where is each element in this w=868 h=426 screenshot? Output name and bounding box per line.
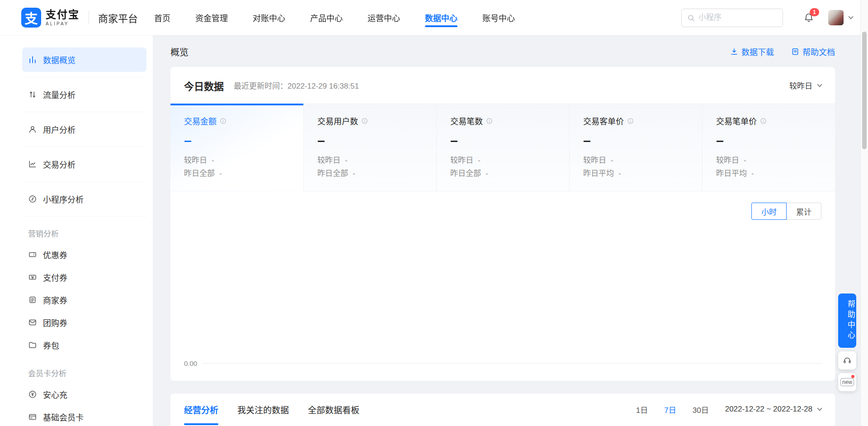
document-icon — [791, 47, 799, 56]
floating-widgets: 帮助中心 new — [838, 293, 856, 391]
metric-compare-row: 较昨日- — [317, 154, 423, 167]
main-nav: 首页 资金管理 对账中心 产品中心 运营中心 数据中心 账号中心 — [154, 0, 515, 35]
sidebar-item-label: 流量分析 — [43, 89, 75, 100]
nav-item-account[interactable]: 账号中心 — [482, 0, 515, 35]
logo-zh-label: 支付宝 — [46, 9, 80, 20]
help-doc-label: 帮助文档 — [802, 46, 835, 57]
help-doc-link[interactable]: 帮助文档 — [791, 46, 835, 57]
analysis-card: 经营分析 我关注的数据 全部数据看板 1日 7日 30日 2022-12-22 … — [170, 393, 835, 426]
alipay-logo-text: 支付宝 ALIPAY — [46, 9, 80, 26]
trend-icon — [28, 160, 37, 169]
account-menu-chevron-down-icon[interactable] — [848, 14, 853, 19]
top-navigation-bar: 支 支付宝 ALIPAY 商家平台 首页 资金管理 对账中心 产品中心 运营中心… — [0, 0, 868, 35]
metric-compare-row: 较昨日- — [450, 154, 556, 167]
sidebar-item-traffic-analysis[interactable]: 流量分析 — [22, 82, 146, 107]
sidebar-section-member-card: 会员卡分析 — [22, 367, 146, 379]
compare-period-select[interactable]: 较昨日 — [789, 80, 821, 91]
metric-tab-avg-per-customer[interactable]: 交易客单价 – 较昨日- 昨日平均- — [569, 104, 702, 191]
nav-item-data-center[interactable]: 数据中心 — [425, 0, 458, 35]
metric-tab-trade-users[interactable]: 交易用户数 – 较昨日- 昨日全部- — [303, 104, 436, 191]
notification-bell-button[interactable]: 1 — [804, 13, 814, 23]
search-input[interactable] — [698, 13, 777, 22]
info-circle-icon[interactable] — [486, 118, 493, 124]
nav-item-funds[interactable]: 资金管理 — [195, 0, 228, 35]
metric-label: 交易用户数 — [317, 115, 358, 127]
last-update-time: 最近更新时间：2022-12-29 16:38:51 — [234, 80, 359, 91]
sidebar-item-discount-coupon[interactable]: 优惠券 — [22, 243, 146, 266]
tab-business-analysis[interactable]: 经营分析 — [184, 393, 218, 425]
info-circle-icon[interactable] — [627, 118, 634, 124]
date-range-picker[interactable]: 2022-12-22 ~ 2022-12-28 — [725, 405, 821, 414]
page-scrollbar-thumb[interactable] — [862, 32, 867, 149]
metric-value: – — [716, 134, 821, 147]
info-circle-icon[interactable] — [220, 118, 226, 124]
info-circle-icon[interactable] — [760, 118, 767, 124]
metric-compare-row: 较昨日- — [583, 154, 689, 167]
sidebar-item-label: 数据概览 — [43, 54, 75, 66]
metric-yesterday-row: 昨日全部- — [317, 167, 423, 180]
info-circle-icon[interactable] — [361, 118, 368, 124]
axis-baseline — [203, 363, 822, 364]
alipay-logo[interactable]: 支 支付宝 ALIPAY — [21, 8, 80, 28]
chevron-down-icon — [817, 82, 822, 87]
bar-chart-icon — [28, 55, 37, 64]
merchant-coupon-icon — [28, 295, 37, 304]
y-axis-min-label: 0.00 — [184, 360, 197, 367]
compare-period-value: 较昨日 — [789, 80, 812, 91]
sidebar-item-pay-coupon[interactable]: 支付券 — [22, 266, 146, 289]
range-1d-button[interactable]: 1日 — [636, 404, 648, 415]
sidebar-item-merchant-coupon[interactable]: 商家券 — [22, 289, 146, 311]
metric-label: 交易金额 — [184, 115, 217, 127]
sidebar-item-label: 交易分析 — [43, 158, 75, 170]
sidebar-item-trade-analysis[interactable]: 交易分析 — [22, 152, 146, 176]
sidebar-item-miniprogram-analysis[interactable]: 小程序分析 — [22, 187, 146, 211]
sidebar-item-anxin-recharge[interactable]: 安心充 — [22, 383, 146, 406]
group-coupon-icon — [28, 318, 37, 327]
metric-tab-avg-per-order[interactable]: 交易笔单价 – 较昨日- 昨日平均- — [702, 104, 835, 191]
metric-tabs-row: 交易金额 – 较昨日- 昨日全部- 交易用户数 – 较昨日- — [170, 104, 835, 191]
sidebar-item-coupon-pack[interactable]: 券包 — [22, 334, 146, 356]
whats-new-button[interactable]: new — [838, 373, 856, 391]
range-30d-button[interactable]: 30日 — [693, 404, 709, 415]
search-box[interactable] — [681, 9, 783, 27]
sidebar-item-user-analysis[interactable]: 用户分析 — [22, 117, 146, 142]
help-center-button[interactable]: 帮助中心 — [838, 293, 856, 348]
page-scrollbar-track[interactable] — [860, 0, 868, 426]
nav-item-home[interactable]: 首页 — [154, 0, 170, 35]
platform-title: 商家平台 — [98, 10, 138, 25]
user-icon — [28, 125, 37, 134]
brand-divider — [89, 11, 89, 24]
sidebar-item-data-overview[interactable]: 数据概览 — [22, 47, 146, 72]
metric-yesterday-row: 昨日平均- — [583, 167, 689, 180]
tab-followed-data[interactable]: 我关注的数据 — [237, 393, 289, 425]
today-chart-area: 小时 累计 0.00 — [170, 191, 835, 381]
customer-service-button[interactable] — [838, 351, 856, 369]
sidebar-item-basic-member-card[interactable]: 基础会员卡 — [22, 406, 146, 426]
chevron-down-icon — [817, 406, 822, 411]
tab-all-dashboards[interactable]: 全部数据看板 — [308, 393, 359, 425]
metric-value: – — [317, 134, 423, 147]
sidebar: 数据概览 流量分析 用户分析 交易分析 — [0, 35, 153, 426]
metric-value: – — [450, 134, 556, 147]
data-download-link[interactable]: 数据下载 — [730, 46, 774, 57]
red-dot-indicator — [851, 375, 854, 378]
user-avatar[interactable] — [828, 10, 844, 25]
nav-item-products[interactable]: 产品中心 — [310, 0, 343, 35]
metric-tab-trade-amount[interactable]: 交易金额 – 较昨日- 昨日全部- — [170, 104, 303, 191]
main-content: 概览 数据下载 帮助文档 今日数据 最近更新时间：2022-12-29 16:3… — [153, 35, 835, 426]
sidebar-item-label: 团购券 — [43, 317, 67, 328]
sidebar-item-label: 用户分析 — [43, 123, 75, 135]
sidebar-item-label: 基础会员卡 — [43, 411, 84, 423]
toggle-hour-button[interactable]: 小时 — [751, 203, 787, 220]
metric-tab-trade-count[interactable]: 交易笔数 – 较昨日- 昨日全部- — [436, 104, 569, 191]
metric-yesterday-row: 昨日平均- — [716, 167, 821, 180]
range-7d-button[interactable]: 7日 — [664, 404, 676, 415]
member-card-icon — [28, 412, 37, 421]
miniprogram-icon — [28, 194, 37, 204]
nav-item-operations[interactable]: 运营中心 — [368, 0, 400, 35]
toggle-cumulative-button[interactable]: 累计 — [786, 203, 821, 220]
notification-count-badge: 1 — [810, 8, 819, 16]
coupon-pack-icon — [28, 341, 37, 350]
nav-item-reconciliation[interactable]: 对账中心 — [253, 0, 285, 35]
sidebar-item-group-coupon[interactable]: 团购券 — [22, 311, 146, 334]
